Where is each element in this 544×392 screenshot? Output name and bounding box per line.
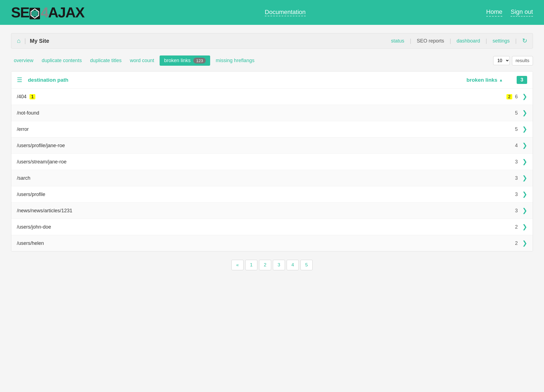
table-row: /users/helen 2 ❯ — [11, 235, 533, 251]
row-detail-arrow[interactable]: ❯ — [522, 126, 527, 133]
logo: SE 4AJAX — [11, 4, 84, 21]
table-row: /users/profile/jane-roe 4 ❯ — [11, 137, 533, 154]
count-cell: 5 — [509, 110, 518, 116]
tab-word-count[interactable]: word count — [127, 56, 157, 65]
table-row: /404 1 2 6 ❯ — [11, 89, 533, 105]
path-cell: /users/profile — [17, 192, 509, 197]
table-row: /error 5 ❯ — [11, 121, 533, 137]
row-detail-arrow[interactable]: ❯ — [522, 191, 527, 198]
path-cell: /error — [17, 126, 509, 132]
row-detail-arrow[interactable]: ❯ — [522, 240, 527, 247]
refresh-icon[interactable]: ↻ — [522, 37, 527, 44]
table-row: /users/john-doe 2 ❯ — [11, 219, 533, 235]
status-link[interactable]: status — [391, 38, 404, 44]
count-cell: 3 — [509, 159, 518, 165]
count-cell: 3 — [509, 192, 518, 197]
table-row: /not-found 5 ❯ — [11, 105, 533, 121]
sort-icon[interactable]: ▲ — [499, 78, 503, 82]
count-cell: 2 6 — [505, 94, 518, 100]
header: SE 4AJAX Documentation Home Sign out — [0, 0, 544, 25]
pagination-page-2[interactable]: 2 — [259, 260, 271, 270]
path-cell: /news/news/articles/1231 — [17, 208, 509, 214]
path-cell: /users/john-doe — [17, 224, 509, 230]
row-detail-arrow[interactable]: ❯ — [522, 93, 527, 100]
broken-links-badge: 123 — [193, 58, 206, 63]
tab-missing-hreflangs[interactable]: missing hreflangs — [213, 56, 257, 65]
results-label: results — [512, 56, 533, 65]
table-row: /sarch 3 ❯ — [11, 170, 533, 186]
site-bar: ⌂ | My Site status | SEO reports | dashb… — [11, 33, 533, 49]
sign-out-link[interactable]: Sign out — [511, 8, 533, 17]
tab-duplicate-titles[interactable]: duplicate titles — [87, 56, 124, 65]
dashboard-link[interactable]: dashboard — [456, 38, 480, 44]
documentation-link[interactable]: Documentation — [265, 9, 306, 16]
header-center: Documentation — [265, 9, 306, 16]
results-selector: 10 25 50 results — [493, 56, 533, 65]
table-row: /users/profile 3 ❯ — [11, 186, 533, 203]
path-cell: /users/profile/jane-roe — [17, 143, 509, 149]
menu-icon[interactable]: ☰ — [17, 76, 22, 84]
site-divider: | — [24, 37, 26, 44]
tab-overview[interactable]: overview — [11, 56, 36, 65]
count-cell: 2 — [509, 224, 518, 230]
row-detail-arrow[interactable]: ❯ — [522, 158, 527, 165]
page-number-badge: 3 — [517, 76, 527, 84]
tab-duplicate-contents[interactable]: duplicate contents — [39, 56, 84, 65]
pagination-page-4[interactable]: 4 — [287, 260, 299, 270]
path-cell: /404 1 — [17, 94, 505, 100]
home-icon[interactable]: ⌂ — [17, 37, 20, 44]
row-detail-arrow[interactable]: ❯ — [522, 109, 527, 116]
seo-reports-link[interactable]: SEO reports — [417, 38, 444, 44]
path-cell: /users/stream/jane-roe — [17, 159, 509, 165]
count-cell: 5 — [509, 126, 518, 132]
results-count-select[interactable]: 10 25 50 — [493, 56, 510, 65]
count-cell: 4 — [509, 143, 518, 149]
home-link[interactable]: Home — [486, 8, 503, 17]
col-broken-links: broken links ▲ — [466, 77, 503, 83]
table-header: ☰ destination path broken links ▲ 3 — [11, 71, 533, 89]
main-content: ⌂ | My Site status | SEO reports | dashb… — [0, 25, 544, 279]
row-detail-arrow[interactable]: ❯ — [522, 142, 527, 149]
header-nav: Home Sign out — [486, 8, 533, 17]
path-cell: /users/helen — [17, 240, 509, 246]
col-destination-path: destination path — [28, 77, 466, 83]
row-detail-arrow[interactable]: ❯ — [522, 223, 527, 231]
table-row: /news/news/articles/1231 3 ❯ — [11, 203, 533, 219]
site-nav: status | SEO reports | dashboard | setti… — [391, 37, 527, 44]
row-detail-arrow[interactable]: ❯ — [522, 174, 527, 182]
path-cell: /not-found — [17, 110, 509, 116]
pagination: « 1 2 3 4 5 — [11, 260, 533, 270]
svg-marker-0 — [32, 10, 38, 17]
annotation-badge-1: 1 — [30, 94, 35, 99]
tab-broken-links[interactable]: broken links 123 — [160, 55, 210, 66]
row-detail-arrow[interactable]: ❯ — [522, 207, 527, 214]
table-row: /users/stream/jane-roe 3 ❯ — [11, 154, 533, 170]
pagination-page-5[interactable]: 5 — [300, 260, 313, 270]
path-cell: /sarch — [17, 175, 509, 181]
settings-link[interactable]: settings — [493, 38, 510, 44]
pagination-prev[interactable]: « — [231, 260, 244, 270]
pagination-page-1[interactable]: 1 — [245, 260, 257, 270]
count-cell: 3 — [509, 175, 518, 181]
pagination-page-3[interactable]: 3 — [273, 260, 285, 270]
annotation-badge-2: 2 — [506, 94, 512, 99]
tabs: overview duplicate contents duplicate ti… — [11, 55, 533, 66]
site-name: My Site — [30, 38, 391, 44]
logo-text: SE 4AJAX — [11, 4, 84, 21]
results-table: ☰ destination path broken links ▲ 3 /404… — [11, 71, 533, 251]
count-cell: 2 — [509, 240, 518, 246]
count-cell: 3 — [509, 208, 518, 214]
